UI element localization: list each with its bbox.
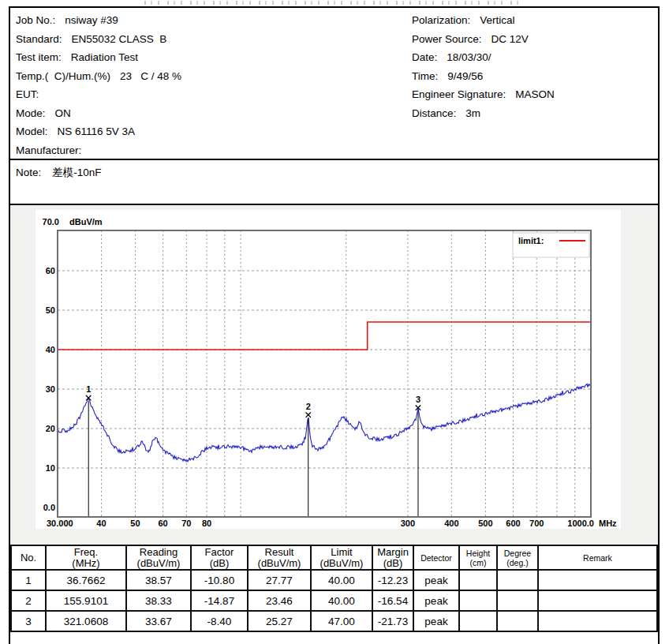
x-axis-tick-label: 300 <box>401 519 415 528</box>
field-label: Manufacturer: <box>16 144 81 156</box>
result-cell <box>538 570 657 590</box>
result-cell: -16.54 <box>372 590 413 611</box>
field-label: Job No.: <box>16 14 55 26</box>
header-field: Time:9/49/56 <box>412 67 555 86</box>
result-cell: -10.80 <box>191 570 248 590</box>
field-label: Distance: <box>412 107 456 119</box>
header-field: Manufacturer: <box>16 141 181 160</box>
report-page: Job No.:nsiway #39Standard:EN55032 CLASS… <box>0 0 669 644</box>
result-cell: -14.87 <box>191 590 248 611</box>
column-header: Result(dBuV/m) <box>248 545 311 570</box>
x-axis-tick-label: 400 <box>444 519 458 528</box>
header-field: Mode:ON <box>16 104 181 123</box>
column-header: Freq.(MHz) <box>46 545 126 570</box>
x-axis-tick-label: 50 <box>130 519 140 528</box>
results-table-wrap: No.Freq.(MHz)Reading(dBuV/m)Factor(dB)Re… <box>10 545 658 632</box>
result-cell <box>459 570 497 590</box>
header-field: Date:18/03/30/ <box>412 48 555 67</box>
field-label: Engineer Signature: <box>412 88 506 100</box>
y-axis-tick-label: 0.0 <box>43 503 55 512</box>
peak-marker-cross-1 <box>86 395 91 400</box>
result-cell: 38.33 <box>126 590 191 611</box>
spectrum-chart: 12370.06050403020100.0dBuV/m30.000405060… <box>36 210 621 529</box>
peak-marker-number-2: 2 <box>306 402 311 411</box>
header-field: Distance:3m <box>412 104 555 123</box>
peak-marker-cross-2 <box>306 413 311 417</box>
result-cell: 47.00 <box>311 611 372 631</box>
plot-frame <box>58 230 591 517</box>
header-field: Engineer Signature:MASON <box>412 85 555 104</box>
field-value: DC 12V <box>491 33 529 45</box>
x-axis-tick-label: 80 <box>202 519 211 528</box>
header-field: Job No.:nsiway #39 <box>16 11 181 30</box>
field-label: Date: <box>412 51 437 63</box>
x-axis-tick-label: 700 <box>529 519 544 528</box>
result-cell: 40.00 <box>311 590 372 611</box>
field-value: NS 61116 5V 3A <box>58 125 136 137</box>
field-value: 23 C / 48 % <box>120 70 181 82</box>
field-label: EUT: <box>16 88 39 100</box>
column-header: Limit(dBuV/m) <box>311 545 372 570</box>
y-axis-tick-label: 20 <box>46 424 55 433</box>
note-row: Note:差模-10nF <box>16 163 102 182</box>
result-cell: -21.73 <box>372 611 413 631</box>
clipped-top-text <box>144 1 519 5</box>
field-value: 18/03/30/ <box>447 51 491 63</box>
header-field: Temp.( C)/Hum.(%)23 C / 48 % <box>16 67 181 86</box>
result-cell: -12.23 <box>372 570 413 590</box>
y-axis-tick-label: 50 <box>46 305 55 315</box>
header-divider <box>10 159 658 160</box>
result-cell <box>538 611 657 631</box>
result-cell <box>497 570 538 590</box>
field-label: Test item: <box>16 51 62 63</box>
result-cell: 38.57 <box>126 570 191 590</box>
result-row: 3321.060833.67-8.4025.2747.00-21.73peak <box>11 611 657 631</box>
result-cell: peak <box>413 570 459 590</box>
column-header: No. <box>11 545 46 570</box>
header-info-left: Job No.:nsiway #39Standard:EN55032 CLASS… <box>16 11 181 159</box>
x-axis-tick-label: 60 <box>159 519 168 528</box>
header-field: Model:NS 61116 5V 3A <box>16 122 181 141</box>
result-cell <box>459 590 497 611</box>
emission-trace <box>58 384 591 461</box>
limit-line <box>58 322 591 350</box>
result-row: 2155.910138.33-14.8723.4640.00-16.54peak <box>11 590 657 611</box>
result-cell: 155.9101 <box>46 590 126 611</box>
header-field: Polarization:Vertical <box>412 11 555 30</box>
result-cell: 321.0608 <box>46 611 126 631</box>
y-axis-tick-label: 10 <box>46 463 55 473</box>
result-cell: 2 <box>11 590 46 611</box>
field-label: Model: <box>16 125 48 137</box>
results-table: No.Freq.(MHz)Reading(dBuV/m)Factor(dB)Re… <box>10 545 658 632</box>
field-value: MASON <box>515 88 555 100</box>
x-axis-tick-label: 40 <box>96 519 106 528</box>
result-cell: peak <box>413 611 459 631</box>
result-cell <box>459 611 497 631</box>
header-field: Power Source:DC 12V <box>412 30 555 49</box>
result-cell: -8.40 <box>191 611 248 631</box>
header-field: Standard:EN55032 CLASS B <box>16 30 181 49</box>
result-cell: 1 <box>11 570 46 590</box>
x-axis-tick-label: 600 <box>506 519 520 528</box>
result-cell: 27.77 <box>248 570 311 590</box>
header-info-right: Polarization:VerticalPower Source:DC 12V… <box>412 11 555 122</box>
field-value: Radiation Test <box>71 51 138 63</box>
y-axis-tick-label: 30 <box>46 384 55 394</box>
y-axis-tick-label: 40 <box>46 345 55 354</box>
field-value: ON <box>55 107 71 119</box>
result-row: 136.766238.57-10.8027.7740.00-12.23peak <box>11 570 657 590</box>
peak-marker-number-3: 3 <box>416 395 420 404</box>
field-value: EN55032 CLASS B <box>72 33 167 45</box>
result-cell: 3 <box>11 611 46 631</box>
note-value: 差模-10nF <box>52 167 101 178</box>
result-cell <box>497 611 538 631</box>
field-value: Vertical <box>480 14 514 26</box>
column-header: Reading(dBuV/m) <box>126 545 191 570</box>
note-label: Note: <box>16 167 41 178</box>
field-label: Polarization: <box>412 14 470 26</box>
spectrum-chart-svg: 12370.06050403020100.0dBuV/m30.000405060… <box>36 210 621 529</box>
x-axis-unit-label: MHz <box>599 519 617 528</box>
field-label: Mode: <box>16 107 46 119</box>
chart-section: 12370.06050403020100.0dBuV/m30.000405060… <box>10 205 658 545</box>
result-cell: peak <box>413 590 459 611</box>
